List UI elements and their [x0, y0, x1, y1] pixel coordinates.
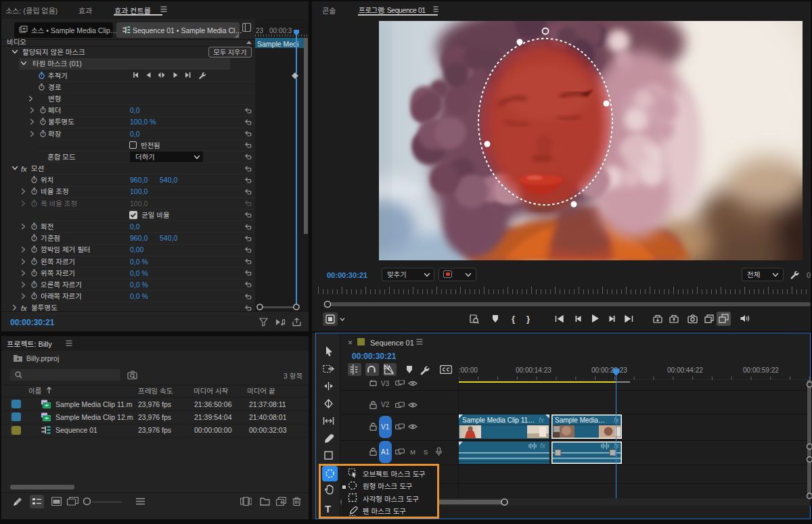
svg-text:fx: fx [614, 442, 620, 450]
svg-text:Sample Media…: Sample Media… [555, 414, 605, 425]
svg-text:fx: fx [539, 416, 545, 424]
svg-text:fx: fx [614, 416, 620, 424]
svg-text:fx: fx [540, 442, 546, 450]
svg-text:Sample Media Clip 11…: Sample Media Clip 11… [462, 414, 535, 425]
